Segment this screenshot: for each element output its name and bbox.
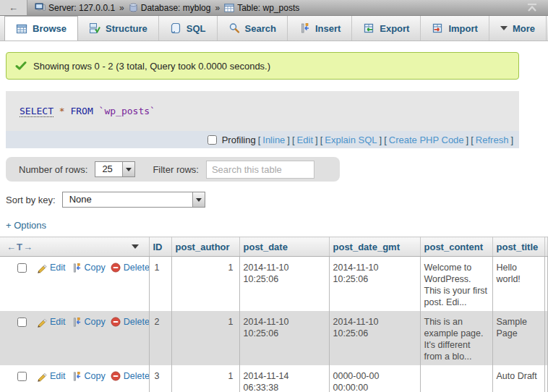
cell-id: 1 xyxy=(149,257,171,312)
breadcrumb-separator: » xyxy=(119,3,124,13)
edit-label: Edit xyxy=(50,370,66,382)
cell-post-title: Sample Page xyxy=(492,311,544,365)
breadcrumb-server[interactable]: Server: 127.0.0.1 xyxy=(35,3,115,13)
delete-link[interactable]: Delete xyxy=(111,370,149,382)
browse-icon xyxy=(16,23,27,35)
inline-link[interactable]: Inline xyxy=(262,135,285,145)
tab-export[interactable]: Export xyxy=(352,16,421,41)
delete-label: Delete xyxy=(124,370,149,382)
table-row: Edit Copy xyxy=(0,365,548,392)
delete-label: Delete xyxy=(124,316,149,328)
edit-link[interactable]: Edit xyxy=(36,262,66,273)
profiling-label[interactable]: Profiling xyxy=(222,135,256,145)
chevron-down-icon xyxy=(500,26,508,30)
cell-post-date-gmt: 2014-11-10 10:25:06 xyxy=(329,311,420,365)
copy-label: Copy xyxy=(85,262,106,273)
options-toggle-link[interactable]: + Options xyxy=(6,220,46,231)
row-checkbox[interactable] xyxy=(17,318,27,327)
tab-sql[interactable]: SQL xyxy=(159,16,218,41)
pencil-icon xyxy=(36,263,47,273)
export-icon xyxy=(363,22,374,34)
collapse-up-icon xyxy=(526,3,538,12)
breadcrumb-database[interactable]: Database: myblog xyxy=(129,3,211,13)
row-checkbox[interactable] xyxy=(17,263,27,273)
create-php-code-link[interactable]: Create PHP Code xyxy=(389,135,464,145)
cell-cut xyxy=(544,311,548,365)
back-arrow-icon: ← xyxy=(9,2,18,13)
cell-id: 3 xyxy=(149,365,171,392)
filter-rows-input[interactable] xyxy=(206,161,314,179)
profiling-checkbox[interactable] xyxy=(207,135,217,145)
sort-by-key-label: Sort by key: xyxy=(6,195,56,205)
column-reorder-icon[interactable]: ←T→ xyxy=(7,242,33,252)
column-header-post-content[interactable]: post_content xyxy=(420,237,492,257)
sort-by-key-select[interactable]: None xyxy=(62,192,205,208)
delete-link[interactable]: Delete xyxy=(111,316,149,328)
bracket: [ xyxy=(471,135,474,145)
breadcrumb-table-label: Table: wp_posts xyxy=(237,3,299,13)
refresh-link[interactable]: Refresh xyxy=(476,135,509,145)
breadcrumb: Server: 127.0.0.1 » Database: myblog » T… xyxy=(27,3,526,13)
select-arrow-button xyxy=(192,192,205,207)
tab-search[interactable]: Search xyxy=(218,16,288,41)
row-actions-cell: Edit Copy xyxy=(0,257,149,312)
tab-bar: Browse Structure SQL Search Insert xyxy=(0,16,548,41)
cell-post-content xyxy=(420,365,492,392)
header-row: ←T→ ID post_author post_date post_date_g… xyxy=(0,237,548,257)
number-of-rows-select[interactable]: 25 xyxy=(95,161,135,177)
actions-dropdown-icon[interactable] xyxy=(132,244,139,249)
bracket: [ xyxy=(258,135,261,145)
breadcrumb-database-label: Database: myblog xyxy=(141,3,211,13)
row-checkbox[interactable] xyxy=(17,372,27,381)
column-header-cut xyxy=(544,237,548,257)
cell-cut xyxy=(544,257,548,312)
tab-more[interactable]: More xyxy=(489,16,547,41)
copy-link[interactable]: Copy xyxy=(71,370,106,382)
cell-id: 2 xyxy=(149,311,171,365)
bracket: ] xyxy=(510,135,513,145)
import-icon xyxy=(432,22,443,34)
collapse-toolbar-button[interactable] xyxy=(526,3,538,12)
edit-sql-link[interactable]: Edit xyxy=(297,135,313,145)
sort-by-key-value: None xyxy=(63,192,192,207)
delete-icon xyxy=(111,371,121,381)
copy-row-icon xyxy=(71,263,82,273)
column-header-post-author[interactable]: post_author xyxy=(171,237,239,257)
sql-keyword-select: SELECT xyxy=(20,106,53,117)
row-actions-cell: Edit Copy xyxy=(0,365,149,392)
filter-rows-label: Filter rows: xyxy=(153,164,199,175)
copy-link[interactable]: Copy xyxy=(71,262,106,273)
breadcrumb-table[interactable]: Table: wp_posts xyxy=(224,3,299,13)
column-header-post-date-gmt[interactable]: post_date_gmt xyxy=(329,237,420,257)
tab-insert[interactable]: Insert xyxy=(288,16,352,41)
sql-icon xyxy=(170,22,181,34)
nav-panel-toggle[interactable]: ← xyxy=(0,0,27,15)
bracket: [ xyxy=(320,135,323,145)
column-header-id[interactable]: ID xyxy=(149,237,171,257)
bracket: [ xyxy=(292,135,295,145)
column-header-post-date[interactable]: post_date xyxy=(239,237,329,257)
breadcrumb-bar: ← Server: 127.0.0.1 » Database: myblog » xyxy=(0,0,548,16)
tab-import[interactable]: Import xyxy=(421,16,489,41)
results-table: ←T→ ID post_author post_date post_date_g… xyxy=(0,237,548,392)
cell-post-author: 1 xyxy=(171,311,239,365)
tab-structure[interactable]: Structure xyxy=(78,16,159,41)
edit-link[interactable]: Edit xyxy=(36,316,66,328)
cell-post-date: 2014-11-14 06:33:38 xyxy=(239,365,329,392)
tab-structure-label: Structure xyxy=(106,23,147,34)
server-icon xyxy=(35,3,46,12)
copy-link[interactable]: Copy xyxy=(71,316,106,328)
copy-label: Copy xyxy=(85,316,106,328)
copy-row-icon xyxy=(71,317,82,328)
delete-link[interactable]: Delete xyxy=(111,262,149,273)
pencil-icon xyxy=(36,317,47,328)
delete-icon xyxy=(111,263,121,273)
column-header-post-title[interactable]: post_title xyxy=(492,237,544,257)
sort-by-key-row: Sort by key: None xyxy=(6,192,548,208)
sql-table-identifier: `wp_posts` xyxy=(99,106,155,116)
tab-browse[interactable]: Browse xyxy=(4,16,78,41)
edit-link[interactable]: Edit xyxy=(36,370,66,382)
number-of-rows-label: Number of rows: xyxy=(19,164,87,175)
pencil-icon xyxy=(36,371,47,382)
explain-sql-link[interactable]: Explain SQL xyxy=(325,135,377,145)
